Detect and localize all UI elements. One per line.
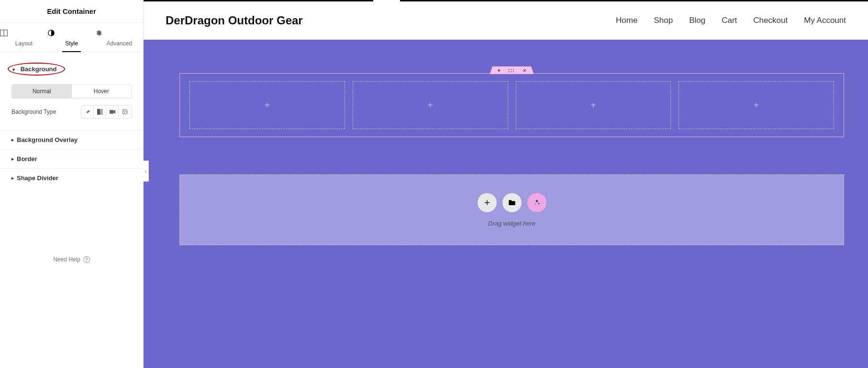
style-icon (48, 30, 96, 37)
tab-layout[interactable]: Layout (0, 23, 48, 52)
tab-style[interactable]: Style (48, 23, 96, 52)
tab-label: Layout (15, 40, 33, 47)
sidebar-footer: Need Help ? (0, 242, 143, 368)
state-toggle: Normal Hover (11, 84, 132, 98)
svg-rect-4 (97, 109, 100, 115)
empty-column[interactable]: + (189, 81, 345, 129)
section-background-overlay: ▸ Background Overlay (0, 130, 143, 150)
sidebar-collapse-handle[interactable]: ‹ (143, 161, 149, 182)
empty-column[interactable]: + (679, 81, 834, 129)
section-shape-divider: ▸ Shape Divider (0, 169, 143, 187)
background-type-buttons (81, 105, 132, 119)
bg-type-classic[interactable] (81, 106, 94, 118)
nav-my-account[interactable]: My Account (804, 16, 846, 25)
ai-button[interactable] (527, 193, 546, 212)
help-label: Need Help (53, 256, 80, 263)
caret-right-icon: ▸ (11, 137, 14, 142)
svg-rect-5 (110, 110, 113, 114)
state-normal-button[interactable]: Normal (12, 85, 72, 98)
section-border: ▸ Border (0, 150, 143, 169)
plus-icon: + (265, 100, 270, 111)
background-type-row: Background Type (11, 105, 132, 119)
nav-cart[interactable]: Cart (722, 16, 737, 25)
layout-icon (0, 30, 48, 37)
page-body: + ::: ✕ + + + + Drag widget here (144, 40, 868, 368)
add-section-button[interactable] (478, 193, 497, 212)
section-label: Shape Divider (17, 174, 58, 182)
bg-type-slideshow[interactable] (119, 106, 131, 118)
background-type-label: Background Type (11, 108, 56, 115)
section-background-header[interactable]: ▾ Background (11, 63, 132, 76)
plus-icon: + (427, 100, 433, 111)
nav-checkout[interactable]: Checkout (753, 16, 788, 25)
section-background: ▾ Background Normal Hover Background Typ… (0, 52, 143, 130)
section-label: Background (21, 65, 57, 73)
template-library-button[interactable] (502, 193, 522, 212)
panel-tabs: Layout Style Advanced (0, 23, 143, 52)
dropzone-hint: Drag widget here (488, 220, 535, 227)
section-label: Background Overlay (17, 136, 78, 143)
tab-label: Style (65, 40, 78, 47)
section-label: Border (17, 155, 37, 162)
container-drag-handle[interactable]: ::: (508, 67, 515, 73)
selected-container[interactable]: + ::: ✕ + + + + (179, 73, 844, 137)
tab-advanced[interactable]: Advanced (95, 23, 143, 52)
help-icon: ? (83, 256, 90, 263)
state-hover-button[interactable]: Hover (72, 85, 132, 98)
panel-title: Edit Container (47, 7, 96, 15)
caret-right-icon: ▸ (11, 156, 14, 162)
site-title: DerDragon Outdoor Gear (166, 14, 303, 27)
widget-dropzone[interactable]: Drag widget here (179, 174, 844, 245)
empty-column[interactable]: + (353, 81, 508, 129)
nav-shop[interactable]: Shop (654, 16, 673, 25)
caret-right-icon: ▸ (11, 175, 14, 181)
bg-type-video[interactable] (106, 106, 119, 118)
section-overlay-header[interactable]: ▸ Background Overlay (11, 136, 132, 143)
site-nav: Home Shop Blog Cart Checkout My Account (616, 16, 846, 25)
container-handle: + ::: ✕ (490, 66, 534, 74)
empty-column[interactable]: + (516, 81, 671, 129)
dropzone-buttons (478, 193, 546, 212)
gear-icon (95, 30, 143, 37)
preview-canvas: DerDragon Outdoor Gear Home Shop Blog Ca… (144, 0, 868, 368)
plus-icon: + (590, 100, 596, 111)
caret-down-icon: ▾ (12, 67, 15, 72)
site-header: DerDragon Outdoor Gear Home Shop Blog Ca… (144, 1, 868, 40)
nav-blog[interactable]: Blog (689, 16, 705, 25)
container-close-button[interactable]: ✕ (523, 68, 526, 73)
tab-label: Advanced (106, 40, 132, 47)
chevron-left-icon: ‹ (145, 169, 146, 174)
svg-point-7 (124, 111, 125, 112)
plus-icon: + (754, 100, 759, 111)
editor-sidebar: Edit Container Layout Style Advanced ▾ B… (0, 0, 144, 368)
container-add-button[interactable]: + (497, 67, 500, 73)
panel-title-bar: Edit Container (0, 0, 143, 23)
help-link[interactable]: Need Help ? (53, 256, 90, 263)
highlight-annotation: ▾ Background (8, 63, 65, 76)
bg-type-gradient[interactable] (94, 106, 106, 118)
section-border-header[interactable]: ▸ Border (11, 155, 132, 162)
nav-home[interactable]: Home (616, 16, 637, 25)
section-shape-divider-header[interactable]: ▸ Shape Divider (11, 174, 132, 182)
